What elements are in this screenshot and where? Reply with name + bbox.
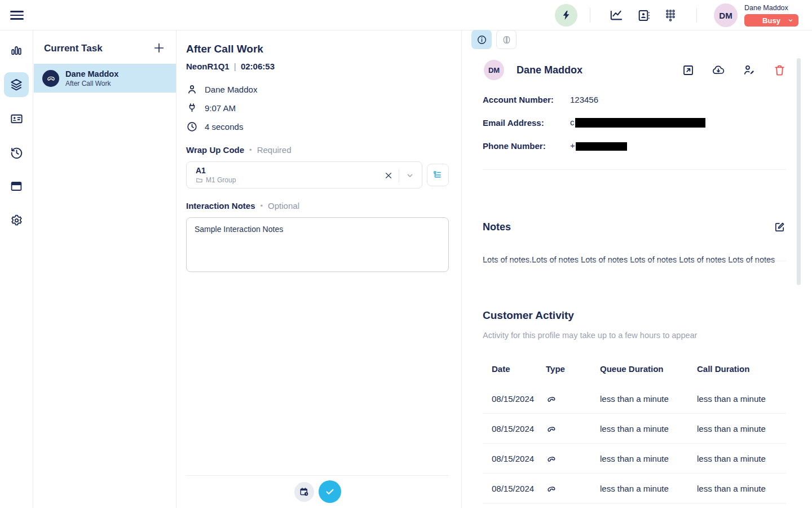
col-header-type: Type bbox=[546, 364, 600, 374]
phone-call-icon bbox=[546, 453, 600, 464]
task-contact-name: Dane Maddox bbox=[65, 69, 118, 78]
task-title: After Call Work bbox=[186, 43, 449, 55]
quick-actions-button[interactable] bbox=[555, 4, 577, 27]
interaction-notes-label: Interaction Notes bbox=[186, 201, 255, 211]
info-icon bbox=[476, 34, 487, 45]
person-edit-icon bbox=[742, 63, 756, 77]
chevron-down-icon bbox=[405, 171, 414, 180]
customer-profile-panel: DM Dane Maddox bbox=[462, 30, 812, 508]
tree-list-icon bbox=[432, 169, 443, 181]
sidebar-item-contacts[interactable] bbox=[4, 106, 29, 131]
col-header-date: Date bbox=[483, 364, 546, 374]
status-dropdown[interactable]: Busy bbox=[744, 14, 798, 27]
bullet: • bbox=[261, 202, 263, 210]
open-external-button[interactable] bbox=[681, 63, 695, 77]
wrap-up-tree-browse-button[interactable] bbox=[427, 164, 449, 186]
bullet: • bbox=[249, 146, 252, 154]
divider bbox=[186, 475, 449, 476]
profile-avatar: DM bbox=[484, 60, 504, 80]
sidebar-item-tasks[interactable] bbox=[4, 72, 29, 97]
phone-label: Phone Number: bbox=[483, 141, 570, 151]
check-icon bbox=[324, 486, 336, 497]
activity-row[interactable]: 08/15/2024 less than a minute less than … bbox=[483, 503, 786, 508]
layers-icon bbox=[9, 77, 24, 92]
edit-notes-button[interactable] bbox=[773, 220, 786, 234]
task-list-item[interactable]: Dane Maddox After Call Work bbox=[34, 64, 176, 93]
complete-task-button[interactable] bbox=[319, 480, 341, 503]
delete-contact-button[interactable] bbox=[773, 63, 786, 77]
col-header-queue-duration: Queue Duration bbox=[600, 364, 697, 374]
sidebar-item-settings[interactable] bbox=[4, 208, 29, 233]
sidebar-item-history[interactable] bbox=[4, 140, 29, 165]
wrap-up-group: M1 Group bbox=[206, 176, 236, 184]
divider bbox=[590, 8, 590, 23]
app-window: DM Dane Maddox Busy bbox=[0, 0, 812, 508]
wrap-up-code-select[interactable]: A1 M1 Group bbox=[186, 161, 422, 189]
redaction-bar bbox=[575, 118, 705, 128]
redaction-bar bbox=[576, 142, 627, 151]
tab-insights[interactable] bbox=[496, 30, 517, 49]
lightning-icon bbox=[561, 10, 572, 21]
scrollbar-thumb[interactable] bbox=[797, 58, 801, 285]
customer-activity-subtitle: Activity for this profile may take up to… bbox=[483, 331, 697, 340]
folder-icon bbox=[196, 177, 203, 184]
profile-name: Dane Maddox bbox=[517, 64, 582, 76]
customer-activity-title: Customer Activity bbox=[483, 309, 574, 322]
panel-title: Current Task bbox=[44, 43, 166, 54]
chevron-down-icon bbox=[787, 17, 794, 24]
task-type: After Call Work bbox=[65, 80, 118, 87]
phone-call-icon bbox=[546, 483, 600, 494]
phone-call-icon bbox=[546, 423, 600, 434]
divider bbox=[696, 8, 697, 23]
activity-row[interactable]: 08/15/2024 less than a minute less than … bbox=[483, 444, 786, 474]
activity-table-header: Date Type Queue Duration Call Duration bbox=[483, 360, 786, 377]
analytics-chart-icon[interactable] bbox=[609, 8, 624, 23]
phone-handset-icon bbox=[46, 73, 56, 83]
pencil-square-icon bbox=[773, 221, 786, 234]
activity-row[interactable]: 08/15/2024 less than a minute less than … bbox=[483, 414, 786, 444]
plus-icon bbox=[153, 42, 165, 54]
bar-chart-icon bbox=[10, 44, 23, 58]
user-avatar[interactable]: DM bbox=[714, 3, 738, 27]
select-caret-button[interactable] bbox=[404, 169, 416, 182]
sidebar-item-browser[interactable] bbox=[4, 174, 29, 199]
schedule-callback-button[interactable] bbox=[294, 482, 314, 502]
email-label: Email Address: bbox=[483, 118, 570, 128]
notes-title: Notes bbox=[483, 221, 511, 233]
top-bar: DM Dane Maddox Busy bbox=[0, 0, 812, 30]
contacts-book-icon[interactable] bbox=[636, 8, 651, 23]
clear-selection-button[interactable] bbox=[382, 169, 395, 182]
notes-text: Lots of notes.Lots of notes Lots of note… bbox=[483, 254, 786, 265]
wrap-up-code-label: Wrap Up Code bbox=[186, 145, 244, 155]
brain-icon bbox=[501, 34, 512, 45]
plug-icon bbox=[186, 102, 198, 114]
close-icon bbox=[384, 171, 393, 180]
sidebar-item-dashboard[interactable] bbox=[4, 38, 29, 63]
add-task-button[interactable] bbox=[152, 41, 166, 55]
gear-icon bbox=[10, 213, 24, 227]
trash-icon bbox=[773, 64, 786, 77]
queue-and-timer: NeonR1Q1 | 02:06:53 bbox=[186, 62, 449, 71]
wrap-up-required: Required bbox=[257, 145, 292, 155]
activity-row[interactable]: 08/15/2024 less than a minute less than … bbox=[483, 474, 786, 503]
phone-call-icon bbox=[546, 393, 600, 404]
pipe-divider: | bbox=[234, 62, 236, 71]
account-number-label: Account Number: bbox=[483, 95, 570, 104]
wrap-up-code-value: A1 bbox=[196, 166, 373, 175]
edit-contact-button[interactable] bbox=[742, 63, 756, 77]
interaction-notes-optional: Optional bbox=[268, 201, 299, 211]
interaction-notes-input[interactable]: Sample Interaction Notes bbox=[186, 217, 449, 272]
nav-rail bbox=[0, 30, 33, 508]
person-icon bbox=[186, 84, 198, 95]
activity-row[interactable]: 08/15/2024 less than a minute less than … bbox=[483, 384, 786, 414]
col-header-call-duration: Call Duration bbox=[697, 364, 786, 374]
hamburger-menu-icon[interactable] bbox=[10, 8, 24, 22]
browser-window-icon bbox=[10, 179, 23, 193]
contact-card-icon bbox=[10, 112, 24, 126]
history-icon bbox=[10, 146, 24, 160]
download-profile-button[interactable] bbox=[712, 63, 725, 77]
calendar-clock-icon bbox=[299, 487, 310, 497]
dialpad-icon[interactable] bbox=[663, 8, 678, 23]
task-duration: 4 seconds bbox=[205, 122, 243, 132]
tab-profile-info[interactable] bbox=[471, 30, 492, 49]
